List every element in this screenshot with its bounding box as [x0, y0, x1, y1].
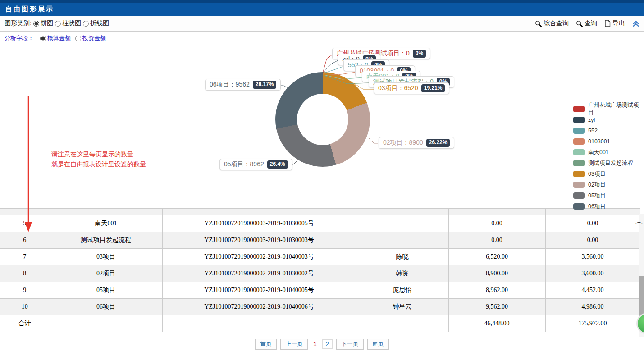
cell-project-name: 02项目: [50, 265, 162, 282]
legend-item-3[interactable]: 552: [573, 125, 644, 136]
prev-page-button[interactable]: 上一页: [280, 339, 308, 350]
red-arrow-annotation: [25, 96, 32, 232]
page-number-button[interactable]: 2: [322, 339, 333, 349]
legend-item-4[interactable]: 0103001: [573, 136, 644, 147]
pie-label-percent-badge: 26.22%: [426, 139, 450, 146]
cell-invest-amount: 0.00: [545, 215, 640, 232]
analysis-field-bar: 分析字段： 概算金额 投资金额: [0, 32, 644, 45]
bar-radio[interactable]: [55, 21, 61, 27]
table-row-total[interactable]: 合计46,448.00175,972.00: [0, 315, 640, 332]
legend-item-8[interactable]: 02项目: [573, 179, 644, 190]
search-icon: [535, 20, 542, 27]
free-graphics-page: 自由图形展示 图形类别: 饼图 柱状图 折线图 综合查询: [0, 0, 644, 351]
cell-person: 庞思怡: [356, 282, 448, 299]
chart-legend: 广州花城广场测试项目zyl5520103001南天001测试项目发起流程03项目…: [573, 104, 644, 212]
cell-code: YZJ1010072019000003-2019-01030003号: [162, 232, 356, 249]
legend-swatch: [573, 192, 585, 199]
pie-label-percent-badge: 0%: [413, 50, 426, 57]
legend-item-9[interactable]: 05项目: [573, 190, 644, 201]
export-icon: [604, 20, 611, 27]
legend-swatch: [573, 171, 585, 177]
pie-label-10: 06项目：956228.17%: [205, 79, 281, 91]
last-page-button[interactable]: 尾页: [367, 339, 389, 350]
cell-estimate-amount: 0.00: [448, 215, 545, 232]
cell-invest-amount: 4,452.00: [545, 282, 640, 299]
legend-label: 广州花城广场测试项目: [588, 101, 644, 117]
cell-no: 合计: [0, 315, 50, 332]
table-row[interactable]: 802项目YZJ1010072019000002-2019-01030002号韩…: [0, 265, 640, 282]
legend-label: 02项目: [588, 181, 606, 189]
cell-code: YZJ1010072019000002-2019-01040003号: [162, 249, 356, 265]
legend-item-1[interactable]: 广州花城广场测试项目: [573, 104, 644, 114]
legend-swatch: [573, 160, 585, 166]
cell-person: 钟星云: [356, 299, 448, 315]
title-bar: 自由图形展示: [0, 3, 644, 16]
chart-type-line[interactable]: 折线图: [83, 19, 109, 27]
cell-project-name: 测试项目发起流程: [50, 232, 162, 249]
table-row[interactable]: 905项目YZJ1010072019000002-2019-01040005号庞…: [0, 282, 640, 299]
current-page-indicator[interactable]: 1: [311, 340, 318, 348]
estimate-radio[interactable]: [40, 36, 46, 41]
cell-person: [356, 232, 448, 249]
cell-code: YZJ1010072019000002-2019-01030002号: [162, 265, 356, 282]
pie-label-9: 05项目：896226.4%: [219, 159, 292, 170]
pie-radio[interactable]: [33, 21, 39, 27]
first-page-button[interactable]: 首页: [255, 339, 277, 350]
chart-type-label: 图形类别:: [5, 19, 32, 27]
legend-label: 南天001: [588, 149, 609, 156]
table-row[interactable]: 5南天001YZJ1010072019000003-2019-01030005号…: [0, 215, 640, 232]
pie-label-percent-badge: 28.17%: [253, 81, 277, 88]
cell-code: YZJ1010072019000002-2019-01040006号: [162, 299, 356, 315]
pie-label-text: 05项目：8962: [224, 160, 264, 169]
legend-label: 03项目: [588, 170, 606, 178]
page-title: 自由图形展示: [5, 5, 54, 14]
field-invest-amount[interactable]: 投资金额: [75, 34, 106, 42]
legend-item-6[interactable]: 测试项目发起流程: [573, 158, 644, 169]
cell-project-name: 06项目: [50, 299, 162, 315]
export-button[interactable]: 导出: [604, 19, 625, 27]
legend-label: 05项目: [588, 192, 606, 200]
table-row[interactable]: 6测试项目发起流程YZJ1010072019000003-2019-010300…: [0, 232, 640, 249]
legend-item-10[interactable]: 06项目: [573, 201, 644, 212]
legend-swatch: [573, 106, 585, 112]
cell-invest-amount: 0.00: [545, 232, 640, 249]
invest-radio[interactable]: [75, 36, 81, 41]
cell-estimate-amount: 46,448.00: [448, 315, 545, 332]
cell-project-name: [50, 315, 162, 332]
cell-no: 7: [0, 249, 50, 265]
chevron-up-double-icon[interactable]: [632, 20, 639, 27]
cell-project-name: 南天001: [50, 215, 162, 232]
chart-type-toolbar: 图形类别: 饼图 柱状图 折线图 综合查询 查询: [0, 16, 644, 32]
table-row-partial: [0, 209, 640, 215]
pie-label-text: 02项目：8900: [383, 139, 423, 147]
next-page-button[interactable]: 下一页: [336, 339, 364, 350]
pagination-bar: 首页上一页12下一页尾页: [0, 337, 644, 351]
legend-item-5[interactable]: 南天001: [573, 147, 644, 158]
field-estimate-amount[interactable]: 概算金额: [40, 34, 71, 42]
legend-label: 测试项目发起流程: [588, 160, 633, 167]
donut-hole: [297, 94, 348, 145]
query-button[interactable]: 查询: [576, 19, 597, 27]
combined-query-button[interactable]: 综合查询: [535, 19, 569, 27]
legend-label: 552: [588, 128, 598, 134]
pie-label-percent-badge: 19.21%: [421, 84, 445, 92]
pie-chart-canvas: 请注意在这里每页显示的数量 就是在自由报表设计里设置的数量 广州花城广场测试项目…: [0, 45, 644, 208]
cell-no: 6: [0, 232, 50, 249]
line-radio[interactable]: [83, 21, 89, 27]
chart-type-pie[interactable]: 饼图: [33, 19, 53, 27]
cell-estimate-amount: 8,900.00: [448, 265, 545, 282]
legend-item-7[interactable]: 03项目: [573, 169, 644, 179]
search-icon: [576, 20, 583, 27]
scroll-up-icon[interactable]: ︿: [635, 216, 643, 227]
chart-type-bar[interactable]: 柱状图: [55, 19, 81, 27]
table-row[interactable]: 1006项目YZJ1010072019000002-2019-01040006号…: [0, 299, 640, 315]
cell-estimate-amount: 0.00: [448, 232, 545, 249]
legend-label: 0103001: [588, 138, 610, 145]
cell-estimate-amount: 9,562.00: [448, 299, 545, 315]
cell-project-name: 03项目: [50, 249, 162, 265]
table-row[interactable]: 703项目YZJ1010072019000002-2019-01040003号陈…: [0, 249, 640, 265]
legend-swatch: [573, 128, 585, 134]
cell-code: [162, 315, 356, 332]
pie-label-text: 03项目：6520: [378, 84, 418, 92]
data-table-region: 5南天001YZJ1010072019000003-2019-01030005号…: [0, 208, 644, 337]
